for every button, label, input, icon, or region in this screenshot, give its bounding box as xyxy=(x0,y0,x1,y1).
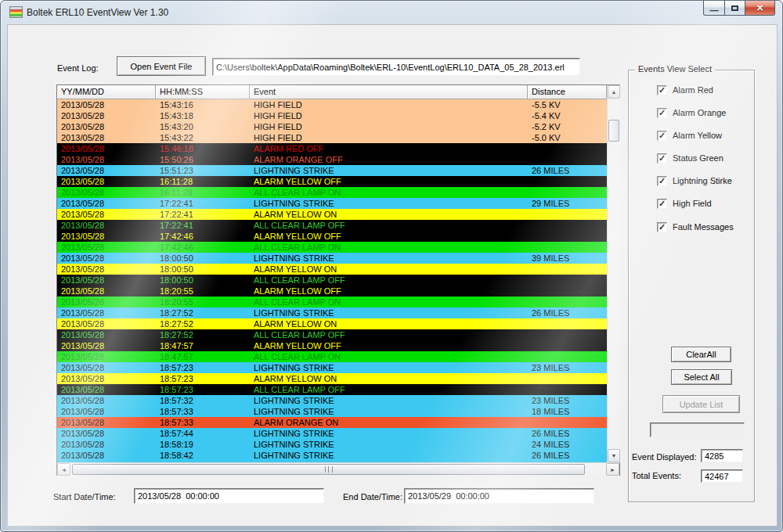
event-row[interactable]: 2013/05/2817:22:41ALL CLEAR LAMP OFF xyxy=(57,220,607,231)
cell-time: 18:00:50 xyxy=(156,253,250,264)
scroll-up-icon[interactable]: ▲ xyxy=(608,85,620,99)
cell-date: 2013/05/28 xyxy=(57,231,156,242)
cell-time: 18:57:23 xyxy=(156,384,250,395)
cell-time: 18:57:23 xyxy=(156,373,250,384)
minimize-button[interactable]: — xyxy=(703,1,725,16)
vertical-scrollbar[interactable]: ▲ ▼ xyxy=(607,85,620,462)
cell-time: 16:11:28 xyxy=(156,176,250,187)
cell-date: 2013/05/28 xyxy=(57,362,156,373)
event-row[interactable]: 2013/05/2818:20:55ALARM YELLOW OFF xyxy=(57,286,607,297)
scroll-right-icon[interactable]: ► xyxy=(606,463,619,476)
checkbox-lightning-strike[interactable]: ✓ Lightning Stirke xyxy=(657,175,732,186)
scroll-left-icon[interactable]: ◄ xyxy=(57,463,70,476)
event-row[interactable]: 2013/05/2817:22:41ALARM YELLOW ON xyxy=(57,209,607,220)
event-row[interactable]: 2013/05/2815:46:18ALARM RED OFF xyxy=(57,143,607,154)
cell-distance xyxy=(528,242,607,253)
cell-date: 2013/05/28 xyxy=(57,121,156,132)
checkbox-alarm-red[interactable]: ✓ Alarm Red xyxy=(657,84,713,95)
cell-event: ALL CLEAR LAMP OFF xyxy=(250,275,528,286)
column-header-distance[interactable]: Distance xyxy=(528,85,607,99)
cell-event: ALL CLEAR LAMP OFF xyxy=(250,220,528,231)
cell-date: 2013/05/28 xyxy=(57,384,156,395)
file-path-input[interactable]: C:\Users\boltek\AppData\Roaming\Boltek\E… xyxy=(212,58,580,76)
cell-date: 2013/05/28 xyxy=(57,450,156,461)
end-datetime-input[interactable]: 2013/05/29 00:00:00 xyxy=(404,488,594,504)
close-button[interactable]: ✕ xyxy=(745,1,775,16)
titlebar[interactable]: Boltek ERL10 EventView Ver 1.30 — ✕ xyxy=(1,1,782,24)
scroll-grip-icon xyxy=(325,466,333,473)
cell-date: 2013/05/28 xyxy=(57,297,156,307)
event-row[interactable]: 2013/05/2815:50:26ALARM ORANGE OFF xyxy=(57,154,607,165)
checkbox-status-green[interactable]: ✓ Status Green xyxy=(657,153,723,164)
event-row[interactable]: 2013/05/2815:43:16HIGH FIELD-5.5 KV xyxy=(57,99,607,110)
event-row[interactable]: 2013/05/2818:57:23ALARM YELLOW ON xyxy=(57,373,607,384)
open-event-file-button[interactable]: Open Event File xyxy=(117,56,206,76)
cell-event: ALL CLEAR LAMP OFF xyxy=(250,384,528,395)
cell-distance xyxy=(528,209,607,220)
cell-time: 18:47:57 xyxy=(156,340,250,351)
column-header-date[interactable]: YY/MM/DD xyxy=(57,85,156,99)
event-row[interactable]: 2013/05/2818:57:33LIGHTNING STRIKE18 MIL… xyxy=(57,406,607,417)
cell-time: 15:43:18 xyxy=(156,110,250,121)
checkbox-fault-messages[interactable]: ✓ Fault Messages xyxy=(657,221,734,232)
cell-distance xyxy=(528,297,607,307)
vertical-scroll-thumb[interactable] xyxy=(608,120,619,142)
cell-date: 2013/05/28 xyxy=(57,198,156,209)
event-row[interactable]: 2013/05/2818:20:55ALL CLEAR LAMP ON xyxy=(57,297,607,307)
event-row[interactable]: 2013/05/2818:58:19LIGHTNING STRIKE24 MIL… xyxy=(57,439,607,450)
checkbox-alarm-yellow[interactable]: ✓ Alarm Yellow xyxy=(657,130,722,141)
event-row[interactable]: 2013/05/2818:00:50LIGHTNING STRIKE39 MIL… xyxy=(57,253,607,264)
clear-all-button[interactable]: ClearAll xyxy=(671,347,731,362)
cell-distance xyxy=(528,351,607,362)
cell-distance: 29 MILES xyxy=(528,198,607,209)
event-row[interactable]: 2013/05/2818:58:42LIGHTNING STRIKE26 MIL… xyxy=(57,450,607,461)
event-row[interactable]: 2013/05/2818:47:57ALL CLEAR LAMP ON xyxy=(57,351,607,362)
event-row[interactable]: 2013/05/2815:51:23LIGHTNING STRIKE26 MIL… xyxy=(57,165,607,176)
event-row[interactable]: 2013/05/2815:43:20HIGH FIELD-5.2 KV xyxy=(57,121,607,132)
event-row[interactable]: 2013/05/2818:27:52LIGHTNING STRIKE26 MIL… xyxy=(57,307,607,318)
select-all-button[interactable]: Select All xyxy=(671,369,732,385)
checkbox-high-field[interactable]: ✓ High Field xyxy=(657,198,712,209)
cell-event: ALARM ORANGE ON xyxy=(250,417,528,428)
column-header-event[interactable]: Event xyxy=(250,85,528,99)
checkbox-icon: ✓ xyxy=(657,153,667,164)
event-displayed-value: 4285 xyxy=(701,449,743,462)
cell-distance: 26 MILES xyxy=(528,428,607,439)
cell-distance: 39 MILES xyxy=(528,253,607,264)
event-row[interactable]: 2013/05/2815:43:22HIGH FIELD-5.0 KV xyxy=(57,132,607,143)
event-row[interactable]: 2013/05/2817:22:41LIGHTNING STRIKE29 MIL… xyxy=(57,198,607,209)
event-row[interactable]: 2013/05/2818:27:52ALARM YELLOW ON xyxy=(57,318,607,329)
event-row[interactable]: 2013/05/2818:57:23LIGHTNING STRIKE23 MIL… xyxy=(57,362,607,373)
cell-event: LIGHTNING STRIKE xyxy=(250,428,528,439)
event-row[interactable]: 2013/05/2816:11:28ALL CLEAR LAMP ON xyxy=(57,187,607,198)
cell-date: 2013/05/28 xyxy=(57,110,156,121)
event-row[interactable]: 2013/05/2818:57:32LIGHTNING STRIKE23 MIL… xyxy=(57,395,607,406)
cell-event: LIGHTNING STRIKE xyxy=(250,439,528,450)
event-row[interactable]: 2013/05/2818:27:52ALL CLEAR LAMP OFF xyxy=(57,329,607,340)
event-row[interactable]: 2013/05/2816:11:28ALARM YELLOW OFF xyxy=(57,176,607,187)
event-row[interactable]: 2013/05/2818:00:50ALL CLEAR LAMP OFF xyxy=(57,275,607,286)
event-row[interactable]: 2013/05/2818:00:50ALARM YELLOW ON xyxy=(57,264,607,275)
scroll-down-icon[interactable]: ▼ xyxy=(608,449,620,462)
cell-date: 2013/05/28 xyxy=(57,318,156,329)
cell-event: ALARM RED OFF xyxy=(250,143,528,154)
cell-date: 2013/05/28 xyxy=(57,417,156,428)
event-row[interactable]: 2013/05/2817:42:46ALL CLEAR LAMP ON xyxy=(57,242,607,253)
event-row[interactable]: 2013/05/2815:43:18HIGH FIELD-5.4 KV xyxy=(57,110,607,121)
event-row[interactable]: 2013/05/2817:42:46ALARM YELLOW OFF xyxy=(57,231,607,242)
cell-event: ALL CLEAR LAMP ON xyxy=(250,242,528,253)
event-row[interactable]: 2013/05/2818:57:23ALL CLEAR LAMP OFF xyxy=(57,384,607,395)
cell-date: 2013/05/28 xyxy=(57,406,156,417)
maximize-button[interactable] xyxy=(725,1,745,16)
horizontal-scroll-thumb[interactable] xyxy=(72,464,585,475)
event-row[interactable]: 2013/05/2818:57:33ALARM ORANGE ON xyxy=(57,417,607,428)
checkbox-alarm-orange[interactable]: ✓ Alarm Orange xyxy=(657,107,726,118)
horizontal-scrollbar[interactable]: ◄ ► xyxy=(57,462,619,476)
minimize-icon: — xyxy=(710,8,719,13)
event-row[interactable]: 2013/05/2818:57:44LIGHTNING STRIKE26 MIL… xyxy=(57,428,607,439)
cell-distance xyxy=(528,329,607,340)
start-datetime-input[interactable]: 2013/05/28 00:00:00 xyxy=(134,488,324,504)
caption-buttons: — ✕ xyxy=(703,1,775,16)
column-header-time[interactable]: HH:MM:SS xyxy=(156,85,250,99)
event-row[interactable]: 2013/05/2818:47:57ALARM YELLOW OFF xyxy=(57,340,607,351)
